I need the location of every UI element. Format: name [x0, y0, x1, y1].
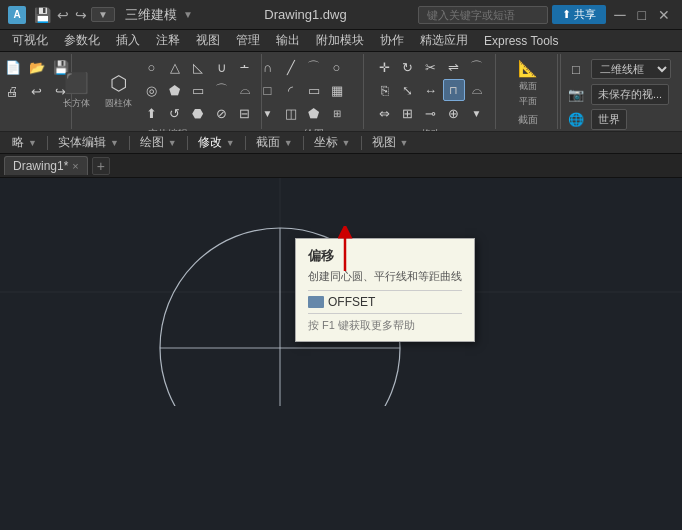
maximize-icon[interactable]: □ — [634, 7, 650, 23]
chamfer2-btn[interactable]: ⌓ — [466, 79, 488, 101]
menu-collaborate[interactable]: 协作 — [372, 30, 412, 51]
new-btn[interactable]: 📄 — [2, 56, 24, 78]
section-section-label: 截面 — [518, 111, 538, 127]
arc-btn[interactable]: ◜ — [280, 79, 302, 101]
open-btn[interactable]: 📂 — [26, 56, 48, 78]
menu-manage[interactable]: 管理 — [228, 30, 268, 51]
title-controls: ⬆ 共享 ─ □ ✕ — [418, 5, 674, 24]
print-btn[interactable]: 🖨 — [2, 80, 24, 102]
gradient-btn[interactable]: ◫ — [280, 102, 302, 124]
box-btn[interactable]: ⬛ 长方体 — [57, 64, 97, 116]
view-name-btn[interactable]: 未保存的视... — [591, 84, 669, 105]
extend-btn[interactable]: ↔ — [420, 79, 442, 101]
section-omit[interactable]: 略 ▼ — [4, 132, 45, 153]
line-btn[interactable]: ╱ — [280, 56, 302, 78]
rotate-btn[interactable]: ↻ — [397, 56, 419, 78]
polysolid-btn[interactable]: ▭ — [187, 79, 209, 101]
section-modify[interactable]: 修改 ▼ — [190, 132, 243, 153]
menu-view[interactable]: 视图 — [188, 30, 228, 51]
menu-insert[interactable]: 插入 — [108, 30, 148, 51]
cylinder-btn[interactable]: ⬡ 圆柱体 — [99, 64, 139, 116]
draw-more-btn[interactable]: ⊞ — [326, 102, 348, 124]
doc-tab-drawing1[interactable]: Drawing1* × — [4, 156, 88, 175]
menu-addons[interactable]: 附加模块 — [308, 30, 372, 51]
world-btn[interactable]: 世界 — [591, 109, 627, 130]
fillet-btn[interactable]: ⌒ — [211, 79, 233, 101]
redo-icon[interactable]: ↪ — [73, 7, 89, 23]
menu-output[interactable]: 输出 — [268, 30, 308, 51]
sep3 — [187, 136, 188, 150]
view-type-select[interactable]: 二维线框 — [591, 59, 671, 79]
section-plane-btn[interactable]: 📐 截面 平面 — [508, 57, 548, 109]
extrude-btn[interactable]: ⬆ — [141, 102, 163, 124]
tooltip-help: 按 F1 键获取更多帮助 — [308, 318, 462, 333]
tooltip-sep — [308, 290, 462, 291]
stretch-btn[interactable]: ⇔ — [374, 102, 396, 124]
ribbon-section-modify: ✛ ↻ ✂ ⇌ ⌒ ⎘ ⤡ ↔ ⊓ ⌓ ⇔ ⊞ ⊸ ⊕ — [366, 54, 496, 129]
config-button[interactable]: ▼ — [91, 7, 115, 22]
new-tab-button[interactable]: + — [92, 157, 110, 175]
section-coord[interactable]: 坐标 ▼ — [306, 132, 359, 153]
circle-btn[interactable]: ○ — [326, 56, 348, 78]
hatch-btn[interactable]: ▦ — [326, 79, 348, 101]
menu-bar: 可视化 参数化 插入 注释 视图 管理 输出 附加模块 协作 精选应用 Expr… — [0, 30, 682, 52]
cone-btn[interactable]: △ — [164, 56, 186, 78]
section-section[interactable]: 截面 ▼ — [248, 132, 301, 153]
union-btn[interactable]: ∪ — [211, 56, 233, 78]
region-btn[interactable]: ⬟ — [303, 102, 325, 124]
section-view[interactable]: 视图 ▼ — [364, 132, 417, 153]
trim-btn[interactable]: ✂ — [420, 56, 442, 78]
sphere-btn[interactable]: ○ — [141, 56, 163, 78]
join-btn[interactable]: ⊕ — [443, 102, 465, 124]
section-solid-edit[interactable]: 实体编辑 ▼ — [50, 132, 127, 153]
chamfer-btn[interactable]: ⌓ — [234, 79, 256, 101]
rect-btn[interactable]: ▭ — [303, 79, 325, 101]
canvas-area[interactable]: 偏移 创建同心圆、平行线和等距曲线 OFFSET 按 F1 键获取更多帮助 — [0, 178, 682, 406]
share-button[interactable]: ⬆ 共享 — [552, 5, 606, 24]
ribbon-toolbar: 📄 📂 💾 🖨 ↩ ↪ ⬛ 长方体 ⬡ 圆柱体 — [0, 52, 682, 132]
menu-featured[interactable]: 精选应用 — [412, 30, 476, 51]
polyline-btn[interactable]: ⌒ — [303, 56, 325, 78]
menu-visualize[interactable]: 可视化 — [4, 30, 56, 51]
subtract-btn[interactable]: ∸ — [234, 56, 256, 78]
array-btn[interactable]: ⊞ — [397, 102, 419, 124]
scale-btn[interactable]: ⤡ — [397, 79, 419, 101]
search-input[interactable] — [418, 6, 548, 24]
modify-more-btn[interactable]: ▼ — [466, 102, 488, 124]
section-bar: 略 ▼ 实体编辑 ▼ 绘图 ▼ 修改 ▼ 截面 ▼ 坐标 ▼ 视图 ▼ — [0, 132, 682, 154]
section-label2: 平面 — [519, 95, 537, 108]
copy-btn[interactable]: ⎘ — [374, 79, 396, 101]
break-btn[interactable]: ⊸ — [420, 102, 442, 124]
title-left: A 💾 ↩ ↪ ▼ 三维建模 ▼ — [8, 6, 193, 24]
section-draw[interactable]: 绘图 ▼ — [132, 132, 185, 153]
offset-btn[interactable]: ⊓ — [443, 79, 465, 101]
minimize-icon[interactable]: ─ — [610, 6, 629, 24]
pyramid-btn[interactable]: ⬟ — [164, 79, 186, 101]
view-icon: □ — [565, 58, 587, 80]
menu-annotate[interactable]: 注释 — [148, 30, 188, 51]
loft-btn[interactable]: ⬣ — [187, 102, 209, 124]
save-icon[interactable]: 💾 — [32, 7, 53, 23]
menu-express-tools[interactable]: Express Tools — [476, 32, 566, 50]
revolve-btn[interactable]: ↺ — [164, 102, 186, 124]
undo-ribbon-btn[interactable]: ↩ — [26, 80, 48, 102]
torus-btn[interactable]: ◎ — [141, 79, 163, 101]
doc-tab-name: Drawing1* — [13, 159, 68, 173]
modify-section-label: 修改 — [421, 125, 441, 132]
sep5 — [303, 136, 304, 150]
wedge-btn[interactable]: ◺ — [187, 56, 209, 78]
title-bar: A 💾 ↩ ↪ ▼ 三维建模 ▼ Drawing1.dwg ⬆ 共享 ─ □ ✕ — [0, 0, 682, 30]
slice-btn[interactable]: ⊘ — [211, 102, 233, 124]
app-icon: A — [8, 6, 26, 24]
close-icon[interactable]: ✕ — [654, 7, 674, 23]
sep1 — [47, 136, 48, 150]
undo-icon[interactable]: ↩ — [55, 7, 71, 23]
move-btn[interactable]: ✛ — [374, 56, 396, 78]
mirror-btn[interactable]: ⇌ — [443, 56, 465, 78]
file-name: Drawing1.dwg — [264, 7, 346, 22]
menu-parametric[interactable]: 参数化 — [56, 30, 108, 51]
thicken-btn[interactable]: ⊟ — [234, 102, 256, 124]
fillet2-btn[interactable]: ⌒ — [466, 56, 488, 78]
dropdown-arrow[interactable]: ▼ — [183, 9, 193, 20]
doc-tab-close[interactable]: × — [72, 160, 78, 172]
